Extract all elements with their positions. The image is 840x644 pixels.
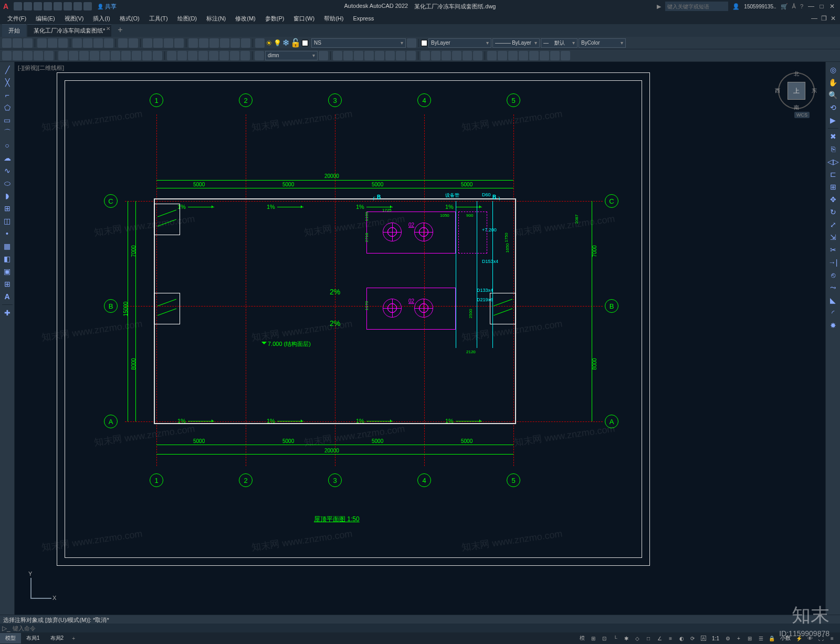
join-icon[interactable]: ⤳ [827, 282, 839, 293]
dim-ord-icon[interactable] [90, 51, 99, 60]
ellipsearc-icon[interactable]: ◗ [2, 190, 13, 202]
grid-toggle-icon[interactable]: ⊞ [589, 634, 598, 643]
line2-icon[interactable] [2, 51, 12, 60]
dim-aligned-icon[interactable] [69, 51, 78, 60]
dim-space-icon[interactable] [167, 51, 176, 60]
tab-add-button[interactable]: + [112, 23, 128, 37]
region-icon[interactable]: ▣ [2, 266, 13, 277]
trim-icon[interactable] [396, 51, 405, 60]
publish-icon[interactable] [58, 38, 68, 48]
dimstyle-icon[interactable] [319, 51, 328, 60]
array-icon[interactable] [442, 51, 451, 60]
xref-icon[interactable] [540, 51, 549, 60]
chamfer2-icon[interactable]: ◣ [827, 294, 839, 306]
zoomwin-icon[interactable] [164, 38, 173, 48]
viewcube[interactable]: 上 北 南 东 西 [778, 72, 815, 109]
menu-window[interactable]: 窗口(W) [289, 14, 319, 24]
sheetset-icon[interactable] [220, 38, 229, 48]
nav-showmotion-icon[interactable]: ▶ [827, 114, 839, 126]
tab-close-icon[interactable]: ✕ [106, 26, 110, 31]
new-icon[interactable] [2, 38, 12, 48]
stretch2-icon[interactable]: ⇲ [827, 231, 839, 243]
dim-base-icon[interactable] [142, 51, 152, 60]
addselected-icon[interactable]: ✚ [2, 307, 13, 319]
copy3-icon[interactable]: ⎘ [827, 143, 839, 155]
extend2-icon[interactable]: →| [827, 257, 839, 268]
annotation-scale-icon[interactable]: 🄰 [699, 634, 708, 643]
rectangle-icon[interactable]: ▭ [2, 114, 13, 126]
workspace-icon[interactable]: ⚙ [723, 634, 732, 643]
matchprop-icon[interactable] [104, 38, 113, 48]
offset2-icon[interactable]: ⊏ [827, 168, 839, 180]
table-icon[interactable]: ⊞ [2, 278, 13, 290]
lock-ui-icon[interactable]: 🔒 [767, 634, 776, 643]
polar-toggle-icon[interactable]: ✱ [622, 634, 631, 643]
tolerance-icon[interactable] [188, 51, 197, 60]
arc2-icon[interactable] [34, 51, 43, 60]
circle2-icon[interactable] [23, 51, 33, 60]
qat-web-icon[interactable] [54, 2, 62, 10]
centermark-icon[interactable] [198, 51, 208, 60]
help-icon[interactable]: ? [800, 3, 803, 9]
stretch-icon[interactable] [354, 51, 363, 60]
dim-break-icon[interactable] [177, 51, 187, 60]
paste-icon[interactable] [93, 38, 103, 48]
cycling-icon[interactable]: ⟳ [688, 634, 697, 643]
ortho-toggle-icon[interactable]: └ [611, 634, 620, 643]
transparency-icon[interactable]: ◐ [677, 634, 686, 643]
menu-parametric[interactable]: 参数(P) [261, 14, 289, 24]
nav-zoom-icon[interactable]: 🔍 [827, 89, 839, 101]
qat-open-icon[interactable] [24, 2, 32, 10]
point-icon[interactable]: • [2, 228, 13, 239]
dim-ang-icon[interactable] [121, 51, 131, 60]
scale2-icon[interactable]: ⤢ [827, 219, 839, 230]
dim-linear-icon[interactable] [58, 51, 68, 60]
break-icon[interactable]: ⎋ [827, 269, 839, 281]
pan-icon[interactable] [143, 38, 152, 48]
undo2-icon[interactable] [118, 38, 128, 48]
lineweight-dropdown[interactable]: — 默认 [541, 38, 578, 48]
redo2-icon[interactable] [129, 38, 138, 48]
isolate-icon[interactable]: 👁 [805, 634, 815, 643]
cart-icon[interactable]: 🛒 [781, 3, 788, 10]
menu-express[interactable]: Express [349, 14, 378, 23]
explode-icon[interactable] [473, 51, 482, 60]
menu-tools[interactable]: 工具(T) [145, 14, 172, 24]
isodraft-icon[interactable]: ◇ [633, 634, 642, 643]
color-dropdown[interactable]: ByLayer [428, 38, 491, 48]
minimize-button[interactable]: — [807, 3, 815, 10]
fillet2-icon[interactable]: ◜ [827, 307, 839, 319]
dimstyle-update-icon[interactable] [255, 51, 264, 60]
snap-toggle-icon[interactable]: ⊡ [600, 634, 609, 643]
polygon-icon[interactable]: ⬠ [2, 102, 13, 113]
dim-rad-icon[interactable] [100, 51, 110, 60]
extend-icon[interactable] [406, 51, 416, 60]
makeblock-icon[interactable]: ◫ [2, 215, 13, 227]
save-icon[interactable] [23, 38, 33, 48]
fillet-icon[interactable] [421, 51, 430, 60]
nav-orbit-icon[interactable]: ⟲ [827, 102, 839, 113]
signin-icon[interactable]: 👤 [732, 3, 740, 10]
dim-arc-icon[interactable] [79, 51, 89, 60]
xline-icon[interactable]: ╳ [2, 77, 13, 88]
circle-icon[interactable]: ○ [2, 140, 13, 151]
spline-icon[interactable]: ∿ [2, 165, 13, 176]
dim-dia-icon[interactable] [111, 51, 120, 60]
dim-cont-icon[interactable] [153, 51, 162, 60]
qat-plot-icon[interactable] [64, 2, 72, 10]
nav-wheel-icon[interactable]: ◎ [827, 64, 839, 76]
hatch-icon[interactable]: ▦ [2, 240, 13, 252]
customize-icon[interactable]: ≡ [827, 634, 837, 643]
qat-save-icon[interactable] [34, 2, 42, 10]
search-input[interactable] [665, 2, 728, 11]
block-icon[interactable] [487, 51, 497, 60]
trim2-icon[interactable]: ✂ [827, 244, 839, 256]
pline-icon[interactable] [13, 51, 22, 60]
dimstyle-dropdown[interactable]: dimn [265, 51, 318, 60]
copy-icon[interactable] [83, 38, 92, 48]
viewport-label[interactable]: [-][俯视][二维线框] [18, 64, 64, 72]
layout-tab-1[interactable]: 布局1 [21, 633, 45, 643]
qat-redo-icon[interactable] [83, 2, 92, 10]
explode2-icon[interactable]: ✸ [827, 320, 839, 331]
share-link[interactable]: 共享 [94, 3, 120, 10]
